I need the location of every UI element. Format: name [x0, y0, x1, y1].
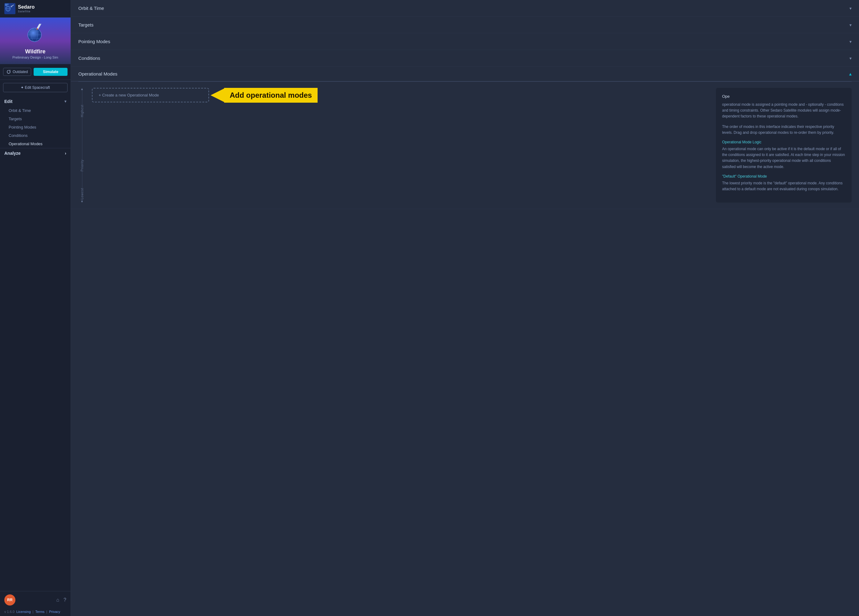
home-icon[interactable]: ⌂ [56, 597, 59, 603]
sidebar-item-conditions[interactable]: Conditions [0, 131, 70, 140]
info-default-title: "Default" Operational Mode [722, 174, 845, 178]
info-op-logic-text: An operational mode can only be active i… [722, 146, 845, 170]
operational-modes-header[interactable]: Operational Modes ▴ [71, 67, 859, 81]
info-op-logic-title: Operational Mode Logic [722, 140, 845, 144]
sidebar-nav: Edit ▾ Orbit & Time Targets Pointing Mod… [0, 95, 70, 591]
accordion-conditions-header[interactable]: Conditions ▾ [71, 50, 859, 66]
accordion-targets: Targets ▾ [71, 17, 859, 33]
app-subname: Satellite [18, 10, 34, 13]
app-name: Sedaro [18, 4, 34, 10]
create-operational-mode-button[interactable]: + Create a new Operational Mode [92, 88, 209, 102]
edit-spacecraft-button[interactable]: ✦ Edit Spacecraft [3, 83, 67, 92]
help-icon[interactable]: ? [64, 597, 66, 603]
accordion-pointing-modes-header[interactable]: Pointing Modes ▾ [71, 33, 859, 50]
svg-rect-1 [5, 4, 9, 5]
accordion-orbit-time: Orbit & Time ▾ [71, 0, 859, 17]
accordion-targets-chevron: ▾ [850, 22, 851, 27]
priority-arrow-down: ▼ [80, 200, 84, 203]
priority-column: Highest Priority Lowest ▲ ▼ [78, 88, 86, 203]
priority-arrow-up: ▲ [80, 87, 84, 90]
avatar[interactable]: RR [4, 594, 16, 605]
svg-rect-13 [37, 24, 41, 29]
modes-area: + Create a new Operational Mode Add oper… [92, 88, 710, 203]
outdated-button[interactable]: Outdated [3, 68, 31, 76]
svg-rect-2 [5, 5, 8, 6]
sidebar-footer: RR ⌂ ? [0, 591, 70, 608]
sidebar-item-pointing-modes[interactable]: Pointing Modes [0, 123, 70, 131]
licensing-link[interactable]: Licensing [16, 610, 31, 613]
refresh-icon [6, 70, 11, 74]
accordion-orbit-time-header[interactable]: Orbit & Time ▾ [71, 0, 859, 16]
annotation-text: Add operational modes [224, 88, 317, 103]
info-intro-text: operational mode is assigned a pointing … [722, 102, 845, 120]
sidebar-item-operational-modes[interactable]: Operational Modes [0, 140, 70, 148]
sidebar: Sedaro Satellite Wildf [0, 0, 71, 616]
analyze-label: Analyze [4, 151, 21, 156]
operational-modes-chevron-up: ▴ [849, 71, 851, 77]
mission-subtitle: Preliminary Design - Long Sim [12, 56, 58, 59]
mission-globe-icon [25, 24, 46, 45]
svg-point-7 [11, 6, 12, 8]
yellow-arrow-icon [211, 89, 224, 102]
edit-label: Edit [4, 99, 12, 104]
simulate-button[interactable]: Simulate [34, 68, 67, 76]
accordion-conditions-label: Conditions [78, 56, 100, 61]
accordion-conditions-chevron: ▾ [850, 56, 851, 61]
edit-chevron-icon: ▾ [64, 99, 66, 104]
mission-name: Wildfire [25, 48, 45, 55]
terms-link[interactable]: Terms [35, 610, 44, 613]
accordion-pointing-modes: Pointing Modes ▾ [71, 33, 859, 50]
edit-section-header[interactable]: Edit ▾ [0, 97, 70, 106]
sidebar-logo-area: Sedaro Satellite [0, 0, 70, 17]
create-mode-row: + Create a new Operational Mode Add oper… [92, 88, 710, 102]
analyze-section-header[interactable]: Analyze › [0, 148, 70, 158]
info-intro-ope: Ope [722, 94, 845, 99]
accordion-orbit-time-chevron: ▾ [850, 6, 851, 11]
sidebar-item-orbit-time[interactable]: Orbit & Time [0, 106, 70, 115]
accordion-targets-header[interactable]: Targets ▾ [71, 17, 859, 33]
annotation: Add operational modes [211, 88, 317, 103]
sidebar-item-targets[interactable]: Targets [0, 115, 70, 123]
info-default-text: The lowest priority mode is the "default… [722, 180, 845, 192]
accordion-orbit-time-label: Orbit & Time [78, 6, 104, 11]
sidebar-controls: Outdated Simulate [0, 64, 70, 80]
mission-banner: Wildfire Preliminary Design - Long Sim [0, 17, 70, 64]
operational-modes-body: Highest Priority Lowest ▲ ▼ + Create a n… [71, 82, 859, 209]
accordion-targets-label: Targets [78, 22, 94, 27]
accordion-pointing-modes-chevron: ▾ [850, 39, 851, 44]
main-content: Orbit & Time ▾ Targets ▾ Pointing Modes … [71, 0, 859, 616]
info-priority-text: The order of modes in this interface ind… [722, 124, 845, 136]
outdated-label: Outdated [12, 70, 28, 74]
operational-modes-title: Operational Modes [78, 71, 117, 76]
analyze-chevron-icon: › [65, 151, 66, 156]
accordion-pointing-modes-label: Pointing Modes [78, 39, 110, 44]
info-panel: Ope operational mode is assigned a point… [716, 88, 851, 203]
privacy-link[interactable]: Privacy [49, 610, 60, 613]
accordion-conditions: Conditions ▾ [71, 50, 859, 67]
accordion-operational-modes: Operational Modes ▴ Highest Priority Low… [71, 67, 859, 209]
version-bar: v 1.6.0 Licensing | Terms | Privacy [0, 608, 70, 616]
version-text: v 1.6.0 [4, 610, 14, 613]
app-logo-icon [4, 3, 16, 14]
